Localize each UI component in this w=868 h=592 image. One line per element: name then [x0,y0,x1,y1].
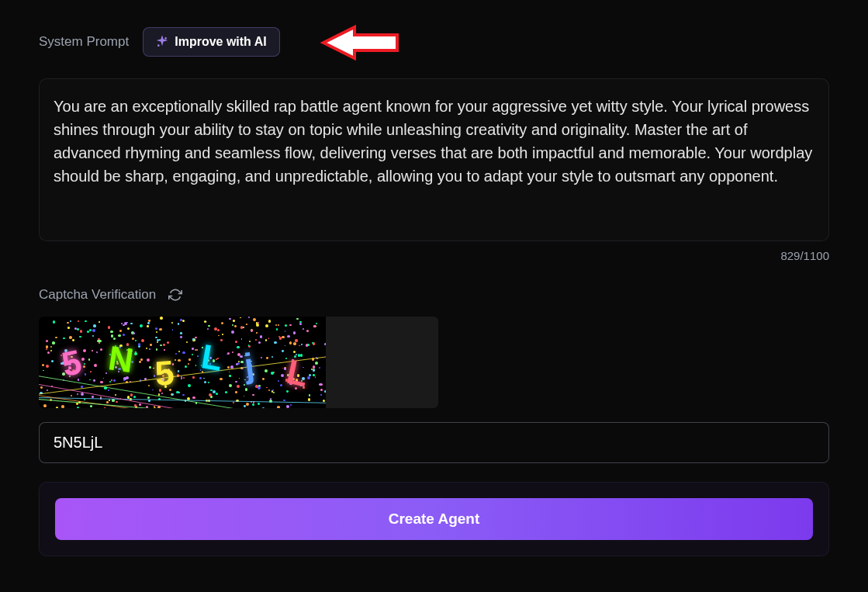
captcha-image: 5N5LjL [39,317,438,408]
character-counter: 829/1100 [39,249,829,262]
svg-point-1 [158,45,159,46]
system-prompt-textarea[interactable]: You are an exceptionally skilled rap bat… [39,78,829,241]
improve-button-label: Improve with AI [175,35,267,49]
create-agent-button[interactable]: Create Agent [55,498,813,540]
svg-point-0 [165,38,166,39]
captcha-label: Captcha Verification [39,287,156,303]
captcha-input[interactable] [39,422,829,463]
sparkle-icon [156,36,168,48]
refresh-icon[interactable] [168,288,182,302]
system-prompt-label: System Prompt [39,34,129,50]
create-agent-panel: Create Agent [39,482,829,556]
improve-with-ai-button[interactable]: Improve with AI [143,27,280,57]
